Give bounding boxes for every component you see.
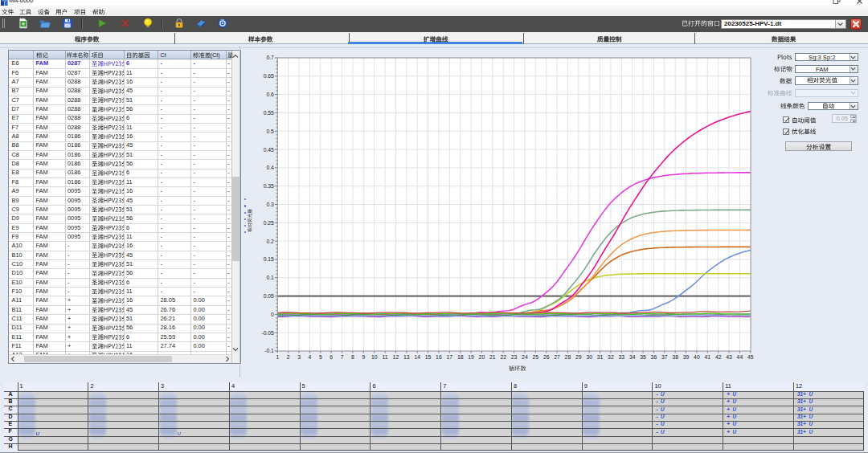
svg-text:2: 2 xyxy=(287,354,290,360)
svg-text:7: 7 xyxy=(341,354,344,360)
svg-text:28: 28 xyxy=(565,354,571,360)
svg-text:22: 22 xyxy=(500,354,506,360)
svg-text:41: 41 xyxy=(705,354,711,360)
svg-text:30: 30 xyxy=(586,354,592,360)
svg-text:9: 9 xyxy=(362,354,365,360)
svg-text:20: 20 xyxy=(479,354,485,360)
svg-text:21: 21 xyxy=(489,354,496,360)
svg-text:0.6: 0.6 xyxy=(266,92,274,97)
svg-text:0.7: 0.7 xyxy=(266,55,274,60)
svg-text:3: 3 xyxy=(297,354,301,360)
svg-text:0.45: 0.45 xyxy=(264,147,274,153)
svg-text:8: 8 xyxy=(351,354,354,360)
svg-text:0: 0 xyxy=(271,312,274,317)
svg-text:38: 38 xyxy=(672,354,678,360)
svg-text:34: 34 xyxy=(629,354,636,360)
svg-text:0.5: 0.5 xyxy=(266,129,274,134)
svg-text:16: 16 xyxy=(436,354,442,360)
svg-text:13: 13 xyxy=(403,354,410,360)
svg-text:0.4: 0.4 xyxy=(266,165,274,170)
svg-text:1: 1 xyxy=(276,354,279,360)
svg-text:15: 15 xyxy=(425,354,432,360)
svg-text:0.1: 0.1 xyxy=(266,275,274,280)
svg-text:19: 19 xyxy=(468,354,474,360)
svg-text:11: 11 xyxy=(383,354,388,360)
svg-text:12: 12 xyxy=(393,354,399,360)
svg-text:23: 23 xyxy=(511,354,518,360)
svg-text:4: 4 xyxy=(309,354,312,360)
svg-text:0.3: 0.3 xyxy=(266,202,274,207)
svg-text:43: 43 xyxy=(726,354,732,360)
svg-text:37: 37 xyxy=(661,354,668,360)
svg-text:39: 39 xyxy=(683,354,690,360)
svg-text:0.15: 0.15 xyxy=(264,256,274,262)
svg-text:25: 25 xyxy=(533,354,539,360)
svg-text:44: 44 xyxy=(737,354,743,360)
svg-text:0.05: 0.05 xyxy=(264,293,274,299)
svg-text:10: 10 xyxy=(371,354,378,360)
svg-text:0.2: 0.2 xyxy=(266,239,274,244)
svg-text:27: 27 xyxy=(554,354,560,360)
svg-text:-0.1: -0.1 xyxy=(264,348,274,353)
svg-text:6: 6 xyxy=(330,354,333,360)
svg-text:0.65: 0.65 xyxy=(264,73,274,79)
svg-text:36: 36 xyxy=(651,354,657,360)
svg-text:45: 45 xyxy=(747,354,754,360)
svg-text:5: 5 xyxy=(319,354,322,360)
svg-text:29: 29 xyxy=(575,354,582,360)
svg-text:0.55: 0.55 xyxy=(264,110,274,116)
svg-text:32: 32 xyxy=(608,354,614,360)
svg-text:40: 40 xyxy=(694,354,700,360)
svg-text:17: 17 xyxy=(447,354,453,360)
svg-text:-0.05: -0.05 xyxy=(261,330,274,336)
svg-text:33: 33 xyxy=(619,354,625,360)
svg-text:0.25: 0.25 xyxy=(264,220,274,226)
svg-text:0.35: 0.35 xyxy=(264,183,274,189)
svg-text:18: 18 xyxy=(457,354,464,360)
svg-text:35: 35 xyxy=(640,354,646,360)
svg-text:42: 42 xyxy=(715,354,722,360)
svg-text:14: 14 xyxy=(414,354,420,360)
svg-text:31: 31 xyxy=(597,354,604,360)
svg-text:26: 26 xyxy=(543,354,550,360)
svg-text:24: 24 xyxy=(522,354,528,360)
